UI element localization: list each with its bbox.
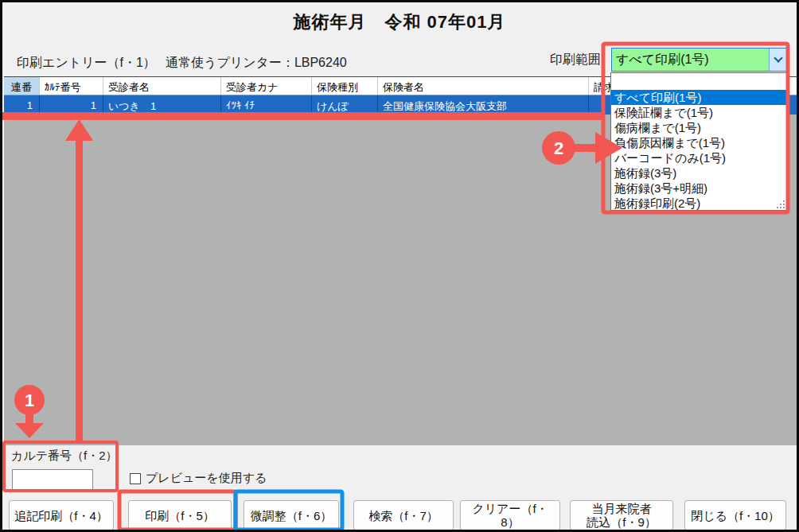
print-entry-label: 印刷エントリー（f・1） (17, 55, 156, 72)
combobox-selected-value: すべて印刷(1号) (612, 52, 769, 68)
cell-insurance-type: けんぽ (312, 95, 378, 115)
combobox-dropdown-button[interactable] (769, 49, 786, 71)
print-range-combobox[interactable]: すべて印刷(1号) (611, 48, 787, 72)
col-header-patient-name[interactable]: 受診者名 (103, 77, 221, 95)
dropdown-option-all-print[interactable]: すべて印刷(1号) (611, 90, 786, 105)
col-header-patient-kana[interactable]: 受診者カナ (221, 77, 312, 95)
print-button[interactable]: 印刷（f・5） (128, 500, 232, 530)
col-header-insurance-type[interactable]: 保険種別 (312, 77, 378, 95)
close-button[interactable]: 閉じる（f・10） (684, 500, 786, 530)
dropdown-option-barcode-only[interactable]: バーコードのみ(1号) (611, 150, 786, 165)
col-header-karte-no[interactable]: ｶﾙﾃ番号 (40, 77, 103, 95)
cell-patient-name: いつき 1 (103, 95, 221, 115)
dropdown-option-record-3-detail[interactable]: 施術録(3号+明細) (611, 181, 786, 196)
col-header-seq[interactable]: 連番 (4, 77, 40, 95)
default-printer-label: 通常使うプリンター：LBP6240 (166, 55, 347, 72)
dropdown-option-insurance-card[interactable]: 保険証欄まで(1号) (611, 105, 786, 120)
dropdown-option-record-print-2[interactable]: 施術録印刷(2号) (611, 196, 786, 211)
append-print-button[interactable]: 追記印刷（f・4） (9, 500, 114, 530)
print-dialog-window: 施術年月 令和 07年01月 印刷エントリー（f・1） 通常使うプリンター：LB… (0, 0, 799, 532)
clear-button[interactable]: クリアー（f・8） (460, 500, 560, 530)
karte-number-label: カルテ番号（f・2） (11, 449, 118, 464)
search-button[interactable]: 検索（f・7） (353, 500, 454, 530)
fine-adjust-button[interactable]: 微調整（f・6） (244, 500, 339, 530)
dropdown-option-injury[interactable]: 傷病欄まで(1号) (611, 120, 786, 135)
karte-number-input[interactable] (12, 469, 93, 490)
chevron-down-icon (774, 53, 782, 62)
preview-checkbox-row[interactable]: プレビューを使用する (130, 471, 267, 486)
dialog-title: 施術年月 令和 07年01月 (2, 10, 797, 34)
dropdown-option-injury-cause[interactable]: 負傷原因欄まで(1号) (611, 135, 786, 150)
preview-checkbox-label: プレビューを使用する (146, 471, 267, 486)
print-range-label: 印刷範囲 (550, 52, 601, 68)
checkbox-icon[interactable] (130, 473, 141, 484)
load-current-month-patients-button[interactable]: 当月来院者 読込（f・9） (570, 500, 673, 530)
cell-karte-no: 1 (40, 95, 103, 115)
print-range-dropdown-list: すべて印刷(1号) 保険証欄まで(1号) 傷病欄まで(1号) 負傷原因欄まで(1… (610, 72, 787, 211)
cell-insurer-name: 全国健康保険協会大阪支部 (378, 95, 589, 115)
resize-grip-icon[interactable] (777, 200, 785, 209)
dropdown-option-blank[interactable] (611, 73, 786, 90)
cell-seq: 1 (4, 95, 40, 115)
dropdown-option-record-3[interactable]: 施術録(3号) (611, 165, 786, 181)
col-header-insurer-name[interactable]: 保険者名 (378, 77, 589, 95)
cell-patient-kana: ｲﾂｷ ｲﾁ (221, 95, 312, 115)
